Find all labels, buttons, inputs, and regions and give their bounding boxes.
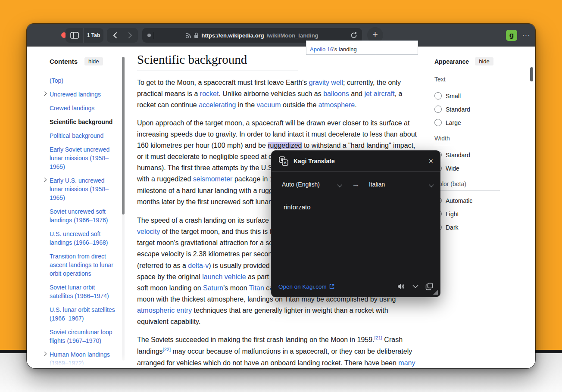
toc-scrollbar-track[interactable] xyxy=(122,57,125,361)
toc-link[interactable]: Crewed landings xyxy=(50,105,94,112)
toc-item[interactable]: Crewed landings xyxy=(50,104,115,112)
text: 's moon xyxy=(223,284,249,292)
toc-link[interactable]: Political background xyxy=(50,132,103,139)
wiki-link[interactable]: atmospheric entry xyxy=(137,307,192,314)
radio-option[interactable]: Dark xyxy=(434,221,500,234)
back-button[interactable] xyxy=(108,28,121,43)
copy-icon[interactable] xyxy=(425,283,433,290)
open-on-kagi-link[interactable]: Open on Kagi.com xyxy=(278,283,334,290)
toc-item[interactable]: Soviet lunar orbit satellites (1966–1974… xyxy=(50,283,115,300)
chevron-down-icon[interactable] xyxy=(337,182,342,187)
toggle-chevron-icon[interactable] xyxy=(43,352,47,356)
radio-label: Light xyxy=(446,211,459,218)
radio-option[interactable]: Light xyxy=(434,207,500,221)
toc-link[interactable]: Scientific background xyxy=(50,118,112,125)
text: The Soviets succeeded in making the firs… xyxy=(137,336,375,343)
toc-item[interactable]: U.S. uncrewed soft landings (1966–1968) xyxy=(50,230,115,247)
wiki-link[interactable]: launch vehicle xyxy=(202,273,246,280)
wiki-link[interactable]: rocket xyxy=(200,90,219,97)
toc-link[interactable]: Soviet circumlunar loop flights (1967–19… xyxy=(50,329,112,344)
toc-link[interactable]: U.S. lunar orbit satellites (1966–1967) xyxy=(50,306,115,322)
text: may occur because of malfunctions in a s… xyxy=(137,348,412,367)
wiki-link[interactable]: balloons xyxy=(323,90,349,97)
sidebar-toggle-button[interactable] xyxy=(66,28,84,43)
toc-item[interactable]: Political background xyxy=(50,131,115,140)
radio-label: Automatic xyxy=(446,197,472,204)
tab-count-label[interactable]: 1 Tab xyxy=(84,28,103,43)
wiki-link[interactable]: gravity well xyxy=(309,79,343,86)
toc-item[interactable]: Soviet uncrewed soft landings (1966–1976… xyxy=(50,207,115,224)
toc-item[interactable]: Early U.S. uncrewed lunar missions (1958… xyxy=(50,176,115,202)
caption-link[interactable]: Apollo 16 xyxy=(310,46,333,53)
close-icon[interactable]: × xyxy=(428,157,433,165)
wiki-link[interactable]: delta-v xyxy=(188,262,209,269)
text: . xyxy=(355,101,356,109)
toc-item[interactable]: Early Soviet uncrewed lunar missions (19… xyxy=(50,145,115,171)
toc-item[interactable]: (Top) xyxy=(50,76,115,85)
forward-button[interactable] xyxy=(124,28,137,43)
toggle-chevron-icon[interactable] xyxy=(43,178,47,182)
toc-item[interactable]: U.S. lunar orbit satellites (1966–1967) xyxy=(50,305,115,323)
source-language-select[interactable]: Auto (English) xyxy=(282,181,320,188)
radio-icon[interactable] xyxy=(434,106,442,113)
toc-item[interactable]: Transition from direct ascent landings t… xyxy=(50,252,115,278)
translate-icon: A xyxy=(278,156,289,166)
toggle-chevron-icon[interactable] xyxy=(43,92,47,96)
wiki-link[interactable]: atmosphere xyxy=(318,101,355,109)
appearance-hide-button[interactable]: hide xyxy=(475,57,493,65)
radio-option[interactable]: Wide xyxy=(434,162,500,175)
kagi-extension-button[interactable]: g xyxy=(506,30,517,41)
toc-header: Contents hide xyxy=(50,57,115,70)
radio-icon[interactable] xyxy=(434,119,442,126)
wiki-link[interactable]: jet aircraft xyxy=(364,90,394,97)
toc-link[interactable]: U.S. uncrewed soft landings (1966–1968) xyxy=(50,230,108,246)
chevron-down-icon[interactable] xyxy=(429,182,434,187)
reload-icon xyxy=(350,31,358,39)
radio-option[interactable]: Automatic xyxy=(434,194,500,207)
reference-link[interactable]: [21] xyxy=(375,335,382,340)
heading-rule xyxy=(137,71,298,71)
reload-button[interactable] xyxy=(350,31,358,39)
popup-header: A Kagi Translate × xyxy=(272,151,440,172)
toc-link[interactable]: Soviet uncrewed soft landings (1966–1976… xyxy=(50,208,108,224)
wiki-link[interactable]: accelerating xyxy=(199,101,236,109)
toc-item[interactable]: Uncrewed landings xyxy=(50,90,115,99)
radio-icon[interactable] xyxy=(434,92,442,100)
radio-option[interactable]: Standard xyxy=(434,148,500,162)
collapse-chevron-icon[interactable] xyxy=(412,285,418,289)
chevron-right-icon xyxy=(128,32,133,39)
radio-option[interactable]: Small xyxy=(434,89,500,103)
speaker-icon[interactable] xyxy=(397,283,406,290)
toc-link[interactable]: Soviet lunar orbit satellites (1966–1974… xyxy=(50,284,109,299)
reference-link[interactable]: [22] xyxy=(163,347,171,352)
toc-link[interactable]: (Top) xyxy=(50,77,63,84)
url-text: https://en.wikipedia.org/wiki/Moon_landi… xyxy=(186,32,318,39)
resize-handle[interactable] xyxy=(433,290,438,295)
wiki-link[interactable]: seismometer xyxy=(193,175,233,183)
kagi-translate-popup: A Kagi Translate × Auto (English) → Ital… xyxy=(271,150,440,297)
toc-link[interactable]: Uncrewed landings xyxy=(50,91,101,98)
radio-option[interactable]: Standard xyxy=(434,103,500,116)
toc-item[interactable]: Human Moon landings (1969–1972) xyxy=(50,350,115,367)
page-scrollbar-thumb[interactable] xyxy=(530,67,533,81)
toc-link[interactable]: Early Soviet uncrewed lunar missions (19… xyxy=(50,146,109,170)
wiki-link[interactable]: Saturn xyxy=(203,284,223,292)
more-options-button[interactable]: ··· xyxy=(521,29,532,42)
radio-label: Standard xyxy=(446,106,470,113)
svg-text:A: A xyxy=(284,161,287,165)
text: To get to the Moon, a spacecraft must fi… xyxy=(137,79,309,86)
appearance-header: Appearance hide xyxy=(434,57,500,70)
target-language-select[interactable]: Italian xyxy=(369,181,385,188)
paragraph: The Soviets succeeded in making the firs… xyxy=(137,334,418,368)
appearance-title: Appearance xyxy=(434,58,469,65)
wiki-link[interactable]: vacuum xyxy=(257,101,281,109)
toc-link[interactable]: Early U.S. uncrewed lunar missions (1958… xyxy=(50,177,109,201)
radio-option[interactable]: Large xyxy=(434,116,500,129)
toc-link[interactable]: Transition from direct ascent landings t… xyxy=(50,253,113,277)
toc-item[interactable]: Soviet circumlunar loop flights (1967–19… xyxy=(50,328,115,345)
toc-hide-button[interactable]: hide xyxy=(84,57,103,65)
toc-item[interactable]: Scientific background xyxy=(50,118,115,126)
toc-scrollbar-thumb[interactable] xyxy=(122,57,125,215)
wiki-link[interactable]: Titan xyxy=(249,284,264,292)
toc-link[interactable]: Human Moon landings (1969–1972) xyxy=(50,351,110,367)
